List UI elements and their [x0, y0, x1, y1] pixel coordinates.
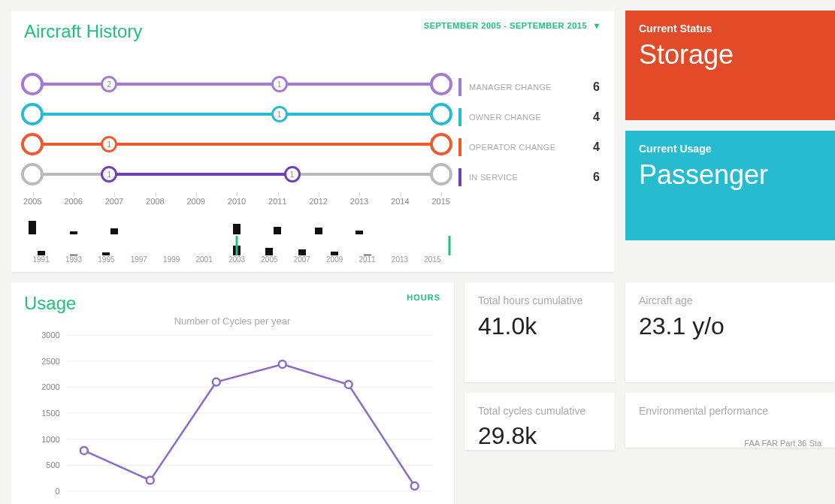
- legend-count: 4: [593, 140, 601, 154]
- current-usage-label: Current Usage: [639, 143, 821, 155]
- timeline-event-label: 1: [290, 171, 295, 179]
- usage-line-chart: 050010001500200025003000: [24, 327, 440, 504]
- date-range-selector[interactable]: SEPTEMBER 2005 - SEPTEMBER 2015 ▼: [424, 21, 601, 30]
- usage-title: Usage: [24, 293, 440, 314]
- timeline-event-label: 1: [107, 171, 111, 179]
- svg-point-18: [345, 381, 352, 388]
- environmental-card: Environmental performance FAA FAR Part 3…: [625, 393, 835, 448]
- timeline-endpoint-icon: [430, 73, 452, 95]
- legend-row-inservice: IN SERVICE 6: [458, 162, 601, 192]
- timeline-owner: 1: [24, 99, 449, 129]
- timeline-event-icon: 1: [101, 166, 117, 183]
- status-column: Current Status Storage Current Usage Pas…: [625, 11, 835, 272]
- current-usage-value: Passenger: [639, 159, 821, 191]
- timeline-endpoint-icon: [21, 73, 44, 95]
- timeline-endpoint-icon: [21, 163, 44, 186]
- current-usage-card: Current Usage Passenger: [625, 131, 835, 240]
- hours-chip[interactable]: HOURS: [407, 293, 440, 302]
- legend-label: MANAGER CHANGE: [469, 83, 593, 92]
- svg-point-16: [213, 379, 220, 386]
- svg-text:2500: 2500: [41, 357, 59, 366]
- timeline-operator: 1: [24, 129, 449, 159]
- total-cycles-label: Total cycles cumulative: [478, 405, 601, 418]
- history-timelines: 2 1 1 1: [24, 69, 449, 266]
- legend-count: 4: [593, 110, 601, 124]
- legend-row-manager: MANAGER CHANGE 6: [458, 72, 601, 102]
- sparkline-year-axis: 1991199319951997199920012003200520072009…: [24, 255, 449, 266]
- total-cycles-card: Total cycles cumulative 29.8k: [464, 393, 615, 451]
- aircraft-age-label: Aircraft age: [639, 294, 821, 308]
- svg-point-17: [279, 361, 286, 368]
- svg-text:2000: 2000: [41, 382, 59, 391]
- total-hours-card: Total hours cumulative 41.0k: [464, 282, 615, 382]
- date-range-label: SEPTEMBER 2005 - SEPTEMBER 2015: [424, 21, 587, 30]
- timeline-endpoint-icon: [21, 133, 44, 155]
- legend-label: OPERATOR CHANGE: [469, 143, 593, 152]
- timeline-event-label: 1: [277, 80, 282, 89]
- timeline-event-label: 2: [107, 80, 111, 89]
- current-status-value: Storage: [639, 39, 821, 71]
- legend-row-operator: OPERATOR CHANGE 4: [458, 132, 601, 162]
- svg-text:500: 500: [46, 460, 59, 469]
- svg-text:1500: 1500: [41, 409, 59, 418]
- timeline-event-label: 1: [107, 140, 111, 149]
- timeline-event-icon: 1: [271, 76, 288, 92]
- environmental-detail: FAA FAR Part 36 Sta: [639, 439, 821, 448]
- timeline-event-icon: 1: [271, 106, 288, 122]
- timeline-endpoint-icon: [21, 103, 44, 125]
- timeline-event-icon: 2: [101, 76, 117, 92]
- timeline-event-icon: 1: [101, 136, 117, 152]
- legend-label: IN SERVICE: [469, 173, 593, 182]
- timeline-endpoint-icon: [430, 103, 452, 125]
- aircraft-age-value: 23.1 y/o: [639, 312, 821, 340]
- timeline-inservice: 1 1: [24, 159, 449, 189]
- svg-point-14: [80, 447, 88, 454]
- total-cycles-value: 29.8k: [478, 422, 601, 450]
- history-sparkline: [24, 213, 449, 255]
- legend-swatch-icon: [458, 138, 461, 156]
- usage-subtitle: Number of Cycles per year: [24, 315, 440, 327]
- legend-swatch-icon: [458, 168, 461, 186]
- timeline-manager: 2 1: [24, 69, 449, 99]
- metrics-column: Total hours cumulative 41.0k Total cycle…: [464, 282, 615, 504]
- legend-swatch-icon: [458, 78, 461, 96]
- legend-row-owner: OWNER CHANGE 4: [458, 102, 601, 132]
- legend-swatch-icon: [458, 108, 461, 126]
- timeline-event-label: 1: [277, 110, 282, 119]
- svg-text:3000: 3000: [41, 330, 59, 340]
- total-hours-value: 41.0k: [478, 312, 601, 340]
- aircraft-history-card: Aircraft History SEPTEMBER 2005 - SEPTEM…: [11, 11, 615, 272]
- age-column: Aircraft age 23.1 y/o Environmental perf…: [625, 282, 835, 504]
- legend-count: 6: [593, 171, 601, 184]
- svg-point-15: [147, 476, 154, 484]
- timeline-endpoint-icon: [430, 163, 452, 186]
- environmental-label: Environmental performance: [639, 405, 821, 418]
- timeline-event-icon: 1: [284, 166, 301, 183]
- legend-label: OWNER CHANGE: [469, 113, 593, 122]
- timeline-endpoint-icon: [430, 133, 452, 155]
- history-legend: MANAGER CHANGE 6 OWNER CHANGE 4 OPERATOR…: [458, 69, 601, 266]
- svg-text:1000: 1000: [41, 435, 59, 444]
- chevron-down-icon: ▼: [593, 21, 601, 30]
- total-hours-label: Total hours cumulative: [478, 294, 601, 308]
- legend-count: 6: [593, 80, 601, 94]
- usage-card: Usage HOURS Number of Cycles per year 05…: [11, 282, 454, 504]
- current-status-card: Current Status Storage: [625, 11, 835, 120]
- timeline-year-axis: 2005200620072008200920102011201220132014…: [24, 192, 449, 210]
- current-status-label: Current Status: [639, 23, 821, 35]
- svg-text:0: 0: [55, 487, 59, 496]
- svg-point-19: [411, 482, 419, 490]
- aircraft-age-card: Aircraft age 23.1 y/o: [625, 282, 835, 382]
